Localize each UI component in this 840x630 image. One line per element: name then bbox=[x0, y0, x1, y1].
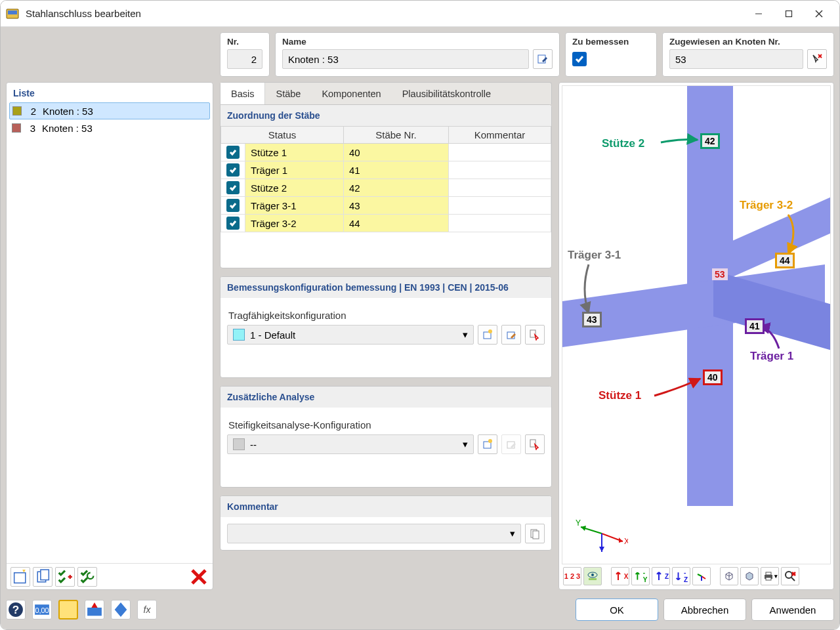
row-checkbox[interactable] bbox=[226, 163, 240, 177]
preview-3d[interactable]: 53 Stütze 2 Träger 3-2 Träger 3-1 Träger… bbox=[562, 85, 831, 564]
pv-cube1-button[interactable] bbox=[720, 567, 738, 585]
list-panel: Liste 2 Knoten : 53 3 Knoten : 53 bbox=[6, 82, 213, 590]
color-button[interactable] bbox=[58, 600, 78, 620]
extra-new-button[interactable] bbox=[478, 434, 497, 454]
copy-item-button[interactable] bbox=[33, 567, 52, 587]
maximize-button[interactable] bbox=[774, 1, 804, 27]
close-button[interactable] bbox=[804, 1, 834, 27]
minimize-button[interactable] bbox=[744, 1, 774, 27]
pv-x-button[interactable]: X bbox=[611, 567, 629, 585]
table-row[interactable]: Träger 3-1 43 bbox=[221, 197, 551, 215]
delete-item-button[interactable] bbox=[189, 567, 209, 587]
footer: ? 0,00 fx OK Abbrechen Anwenden bbox=[6, 595, 834, 624]
table-row[interactable]: Träger 1 41 bbox=[221, 161, 551, 179]
chevron-down-icon: ▾ bbox=[510, 528, 515, 539]
svg-text:0,00: 0,00 bbox=[35, 606, 49, 614]
row-checkbox[interactable] bbox=[226, 199, 240, 212]
zugewiesen-pick-button[interactable] bbox=[807, 49, 827, 69]
extra-sub-label: Steifigkeitsanalyse-Konfiguration bbox=[228, 419, 545, 430]
apply-button[interactable]: Anwenden bbox=[751, 598, 834, 621]
bemessen-checkbox[interactable] bbox=[572, 52, 587, 66]
preview-member-id: 42 bbox=[700, 133, 720, 149]
tab-plausi[interactable]: Plausibilitätskontrolle bbox=[392, 83, 501, 104]
list-header: Liste bbox=[7, 83, 213, 101]
nr-label: Nr. bbox=[227, 37, 262, 47]
col-cmt: Kommentar bbox=[449, 127, 551, 144]
row-num: 40 bbox=[344, 144, 449, 161]
row-cmt bbox=[449, 197, 551, 215]
tab-komponenten[interactable]: Komponenten bbox=[311, 83, 391, 104]
group-header: Bemessungskonfiguration bemessung | EN 1… bbox=[220, 277, 551, 298]
comment-dropdown[interactable]: ▾ bbox=[227, 524, 521, 543]
row-name: Träger 3-2 bbox=[245, 215, 344, 232]
tab-basis[interactable]: Basis bbox=[220, 83, 265, 104]
config-edit-button[interactable] bbox=[501, 325, 521, 345]
row-checkbox[interactable] bbox=[226, 181, 240, 194]
extra-dropdown[interactable]: -- ▾ bbox=[227, 434, 474, 454]
assign-table: Status Stäbe Nr. Kommentar Stütze 1 40 bbox=[220, 126, 551, 232]
app-icon bbox=[6, 7, 19, 20]
pv-y-button[interactable]: -Y bbox=[631, 567, 650, 585]
new-item-button[interactable] bbox=[10, 567, 30, 587]
svg-rect-1 bbox=[8, 10, 17, 14]
list-item-index: 3 bbox=[28, 123, 35, 134]
help-button[interactable]: ? bbox=[6, 600, 26, 620]
preview-panel: 53 Stütze 2 Träger 3-2 Träger 3-1 Träger… bbox=[558, 82, 834, 590]
extra-pick-button[interactable] bbox=[525, 434, 545, 454]
units-button[interactable]: 0,00 bbox=[32, 600, 52, 620]
group-comment: Kommentar ▾ bbox=[220, 495, 552, 551]
pv-viewmode-button[interactable] bbox=[583, 567, 602, 585]
cancel-button[interactable]: Abbrechen bbox=[663, 598, 746, 621]
name-label: Name bbox=[282, 37, 553, 47]
check-all-button[interactable] bbox=[55, 567, 75, 587]
list-item[interactable]: 3 Knoten : 53 bbox=[9, 119, 210, 136]
svg-point-12 bbox=[488, 329, 492, 333]
list-toolbar bbox=[7, 563, 213, 589]
svg-rect-18 bbox=[530, 440, 536, 447]
row-cmt bbox=[449, 161, 551, 179]
diamond-button[interactable] bbox=[111, 600, 131, 620]
table-row[interactable]: Stütze 2 42 bbox=[221, 179, 551, 197]
name-panel: Name Knoten : 53 bbox=[275, 32, 560, 77]
svg-rect-32 bbox=[589, 578, 597, 580]
model-button[interactable] bbox=[85, 600, 104, 620]
row-cmt bbox=[449, 179, 551, 197]
table-row[interactable]: Träger 3-2 44 bbox=[221, 215, 551, 232]
row-num: 41 bbox=[344, 161, 449, 179]
zugewiesen-label: Zugewiesen an Knoten Nr. bbox=[669, 37, 827, 47]
extra-edit-button[interactable] bbox=[501, 434, 521, 454]
name-edit-button[interactable] bbox=[533, 49, 553, 69]
table-row[interactable]: Stütze 1 40 bbox=[221, 144, 551, 161]
pv-numbers-button[interactable]: 1 2 3 bbox=[563, 567, 581, 585]
list-item-label: Knoten : 53 bbox=[42, 123, 93, 134]
tab-staebe[interactable]: Stäbe bbox=[265, 83, 311, 104]
check-sync-button[interactable] bbox=[77, 567, 97, 587]
list-item[interactable]: 2 Knoten : 53 bbox=[9, 102, 210, 119]
row-name: Stütze 2 bbox=[245, 179, 344, 197]
svg-rect-3 bbox=[786, 10, 792, 16]
title-bar: Stahlanschluss bearbeiten bbox=[1, 1, 839, 27]
pv-negz-button[interactable]: -Z bbox=[672, 567, 690, 585]
zugewiesen-value[interactable]: 53 bbox=[669, 49, 803, 69]
pv-print-button[interactable]: ▾ bbox=[761, 567, 779, 585]
config-dropdown[interactable]: 1 - Default ▾ bbox=[227, 325, 474, 345]
fx-button[interactable]: fx bbox=[137, 600, 157, 620]
row-num: 42 bbox=[344, 179, 449, 197]
group-header: Kommentar bbox=[220, 496, 551, 517]
row-checkbox[interactable] bbox=[226, 146, 240, 159]
group-header: Zusätzliche Analyse bbox=[220, 387, 551, 408]
pv-origin-button[interactable] bbox=[692, 567, 711, 585]
preview-member-id: 41 bbox=[745, 318, 765, 334]
config-sub-label: Tragfähigkeitskonfiguration bbox=[228, 310, 545, 321]
pv-cube2-button[interactable] bbox=[740, 567, 759, 585]
row-checkbox[interactable] bbox=[226, 217, 240, 230]
config-pick-button[interactable] bbox=[525, 325, 545, 345]
preview-member-id: 43 bbox=[582, 312, 602, 327]
pv-z-button[interactable]: Z bbox=[652, 567, 670, 585]
pv-zoomreset-button[interactable] bbox=[781, 567, 799, 585]
extra-value: -- bbox=[250, 439, 257, 450]
name-value[interactable]: Knoten : 53 bbox=[282, 49, 529, 69]
comment-library-button[interactable] bbox=[525, 524, 545, 543]
config-new-button[interactable] bbox=[478, 325, 497, 345]
ok-button[interactable]: OK bbox=[576, 598, 658, 621]
